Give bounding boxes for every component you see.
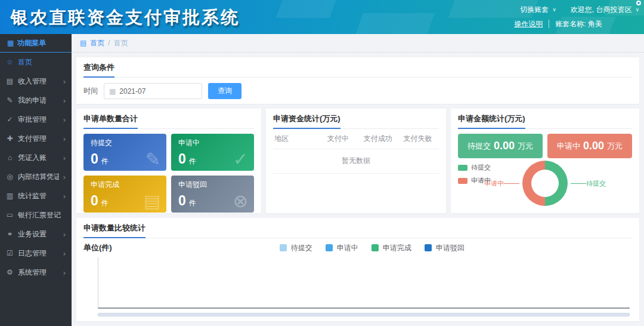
welcome-user-menu[interactable]: 欢迎您, 台商投资区 (571, 5, 632, 15)
breadcrumb-separator: / (108, 39, 110, 47)
chevron-right-icon: › (63, 230, 66, 239)
pie-label-right: 待提交 (586, 179, 606, 188)
sidebar-item-label: 系统管理 (18, 267, 59, 278)
chevron-right-icon: › (63, 134, 66, 143)
column-header: 支付成功 (358, 134, 398, 144)
sidebar-item-my-applications[interactable]: ✎ 我的申请 › (0, 91, 72, 110)
chevron-right-icon: › (63, 96, 66, 105)
sidebar-item-label: 银行汇票登记 (18, 210, 66, 220)
legend-item[interactable]: 申请驳回 (425, 243, 465, 253)
page-icon: ▤ (80, 39, 86, 47)
chevron-down-icon[interactable]: ∨ (635, 7, 639, 13)
stat-card-value: 0 (178, 194, 186, 208)
application-count-panel: 申请单数量合计 待提交 0 件 ✎ 申请中 (76, 109, 261, 213)
pen-icon: ✎ (6, 96, 14, 104)
list-check-icon: ✓ (233, 149, 248, 170)
notification-dot (636, 1, 641, 5)
grid-menu-icon: ▦ (7, 39, 14, 47)
comparison-chart-panel: 申请数量比较统计 单位(件) 待提交 申请中 (76, 218, 639, 321)
sidebar-item-system[interactable]: ⚙ 系统管理 › (0, 263, 72, 282)
search-button[interactable]: 查询 (208, 83, 242, 99)
sidebar-item-home[interactable]: ☆ 首页 (0, 53, 72, 72)
breadcrumb-root[interactable]: 首页 (90, 38, 104, 48)
query-panel: 查询条件 时间 ▦ 查询 (76, 57, 639, 104)
account-name-label: 账套名称: 角美 (555, 19, 602, 29)
app-title: 银农直联资金支付审批系统 (11, 6, 240, 30)
sidebar-item-log[interactable]: ☑ 日志管理 › (0, 244, 72, 263)
sidebar-item-internal-settlement[interactable]: ◎ 内部结算凭证 › (0, 167, 72, 186)
column-header: 支付失败 (398, 134, 438, 144)
chevron-right-icon: › (63, 268, 66, 277)
legend-swatch (280, 244, 287, 251)
legend-item[interactable]: 待提交 (458, 163, 491, 172)
stat-panels-row: 申请单数量合计 待提交 0 件 ✎ 申请中 (76, 109, 639, 213)
header-decoration (352, 13, 435, 34)
sidebar-item-label: 我的申请 (18, 96, 59, 106)
chevron-right-icon: › (63, 77, 66, 86)
amount-box-label: 待提交 (467, 141, 491, 152)
legend-item[interactable]: 申请完成 (371, 243, 411, 253)
check-icon: ✓ (6, 115, 14, 124)
legend-swatch (458, 165, 467, 171)
amount-panel-title: 申请金额统计(万元) (458, 113, 632, 129)
chevron-down-icon[interactable]: ∨ (552, 7, 556, 13)
sidebar-header: ▦ 功能菜单 (0, 34, 72, 53)
legend-label: 待提交 (471, 163, 491, 172)
bar-chart-legend: 待提交 申请中 申请完成 (112, 243, 632, 253)
breadcrumb-current: 首页 (114, 38, 128, 48)
chevron-right-icon: › (63, 249, 66, 258)
sidebar-item-statistics[interactable]: ▥ 统计监管 › (0, 186, 72, 205)
y-axis-unit-label: 单位(件) (83, 242, 112, 253)
operation-guide-link[interactable]: 操作说明 (514, 19, 543, 29)
legend-label: 申请中 (471, 176, 491, 185)
stat-card-pending-submit: 待提交 0 件 ✎ (83, 134, 166, 171)
amount-box-unit: 万元 (607, 141, 623, 152)
sidebar-item-label: 业务设置 (18, 229, 59, 239)
sidebar-item-label: 统计监管 (18, 191, 59, 201)
main-content: ▤ 首页 / 首页 查询条件 时间 ▦ (72, 34, 644, 326)
switch-account-button[interactable]: 切换账套 (520, 5, 549, 15)
stat-card-value: 0 (91, 152, 98, 166)
legend-item[interactable]: 待提交 (280, 243, 312, 253)
stat-card-completed: 申请完成 0 件 ▤ (83, 176, 166, 213)
sidebar-header-label: 功能菜单 (17, 38, 46, 48)
breadcrumb: ▤ 首页 / 首页 (72, 34, 644, 53)
amount-box-value: 0.00 (583, 140, 604, 152)
briefcase-icon: ⌂ (6, 153, 14, 162)
legend-item[interactable]: 申请中 (326, 243, 358, 253)
sidebar-item-label: 日志管理 (18, 248, 59, 259)
amount-box-label: 申请中 (557, 141, 580, 152)
donut-chart (522, 161, 568, 206)
sidebar-item-voucher-entry[interactable]: ⌂ 凭证入账 › (0, 148, 72, 167)
log-icon: ☑ (6, 249, 14, 257)
link-icon: ⚭ (6, 230, 14, 238)
stat-card-value: 0 (91, 194, 98, 208)
file-reject-icon: ⊗ (233, 190, 248, 211)
sidebar-item-income[interactable]: ▤ 收入管理 › (0, 72, 72, 91)
sidebar-item-approval[interactable]: ✓ 审批管理 › (0, 110, 72, 129)
stat-card-unit: 件 (189, 198, 196, 208)
app-header: 银农直联资金支付审批系统 切换账套 ∨ 欢迎您, 台商投资区 ∨ 操作说明 账套… (0, 0, 644, 34)
calendar-icon: ▦ (109, 87, 116, 96)
date-picker[interactable]: ▦ (104, 83, 202, 99)
edit-document-icon: ✎ (145, 149, 160, 170)
target-icon: ◎ (6, 173, 14, 181)
empty-state-text: 暂无数据 (273, 149, 439, 174)
stat-card-unit: 件 (101, 198, 109, 208)
date-input[interactable] (119, 87, 197, 96)
header-user-area: 切换账套 ∨ 欢迎您, 台商投资区 ∨ 操作说明 账套名称: 角美 (514, 4, 639, 30)
pie-connector-line (504, 183, 519, 184)
chevron-right-icon: › (63, 173, 66, 182)
sidebar-item-bank-draft[interactable]: ▭ 银行汇票登记 (0, 205, 72, 224)
chevron-right-icon: › (63, 153, 66, 162)
bar-chart-plot-area (98, 257, 630, 309)
stat-card-label: 申请驳回 (178, 180, 247, 190)
sidebar-item-label: 内部结算凭证 (18, 172, 59, 182)
sidebar-item-business-settings[interactable]: ⚭ 业务设置 › (0, 224, 72, 244)
legend-item[interactable]: 申请中 (458, 176, 491, 185)
legend-label: 申请完成 (383, 243, 411, 253)
data-zoom-slider[interactable] (98, 313, 630, 316)
sidebar-item-payment[interactable]: ✚ 支付管理 › (0, 129, 72, 148)
legend-label: 待提交 (291, 243, 312, 253)
document-icon: ▤ (6, 77, 14, 85)
